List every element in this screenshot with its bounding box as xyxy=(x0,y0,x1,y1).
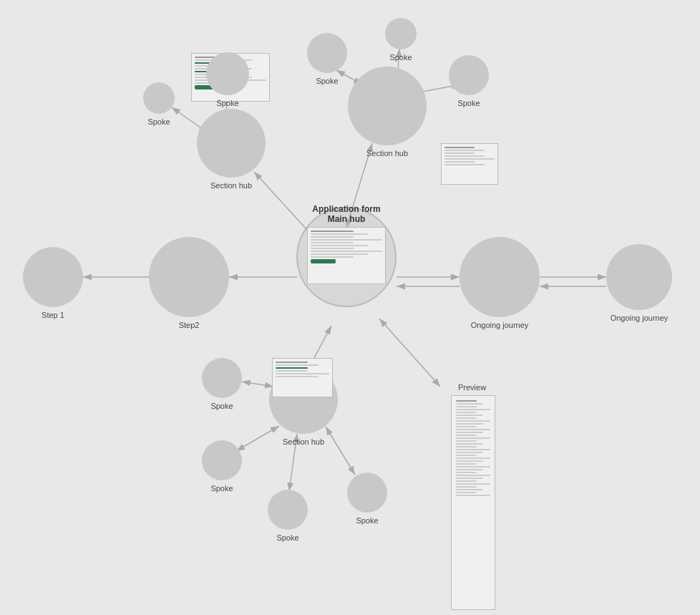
section-hub3-node[interactable]: Section hub xyxy=(269,365,338,447)
step2-label: Step2 xyxy=(179,320,200,330)
ongoing-journey2-label: Ongoing journey xyxy=(611,313,669,323)
spoke9-circle xyxy=(347,473,387,513)
ongoing-journey2-node[interactable]: Ongoing journey xyxy=(606,244,672,323)
spoke2-label: Spoke xyxy=(147,117,170,127)
main-hub-node[interactable]: Application form Main hub xyxy=(296,227,397,284)
spoke6-label: Spoke xyxy=(210,401,233,411)
spoke2-node[interactable]: Spoke xyxy=(143,82,175,127)
spoke3-circle xyxy=(307,33,347,73)
spoke8-circle xyxy=(268,490,308,530)
spoke6-circle xyxy=(202,358,242,398)
preview-thumbnail xyxy=(451,395,495,610)
section-hub1-node[interactable]: Section hub xyxy=(197,109,266,190)
spoke1-circle xyxy=(206,52,249,95)
section-hub2-node[interactable]: Section hub xyxy=(348,67,427,158)
step2-circle xyxy=(149,237,229,317)
spoke7-label: Spoke xyxy=(210,483,233,493)
spoke7-circle xyxy=(202,440,242,480)
preview-node[interactable]: Preview xyxy=(451,379,495,615)
section-hub2-label: Section hub xyxy=(366,148,408,158)
spoke3-label: Spoke xyxy=(316,76,338,86)
step2-node[interactable]: Step2 xyxy=(149,237,229,330)
spoke2-circle xyxy=(143,82,175,114)
section-hub3-label: Section hub xyxy=(283,437,324,447)
section-hub3-thumbnail xyxy=(272,358,333,397)
step1-label: Step 1 xyxy=(42,310,64,320)
ongoing-journey2-circle xyxy=(606,244,672,310)
spoke4-label: Spoke xyxy=(389,52,412,62)
section-hub1-circle xyxy=(197,109,266,178)
spoke1-node[interactable]: Spoke xyxy=(206,52,249,108)
ongoing-journey1-circle xyxy=(460,237,540,317)
spoke5-circle xyxy=(449,55,489,95)
step1-node[interactable]: Step 1 xyxy=(23,247,83,320)
spoke7-node[interactable]: Spoke xyxy=(202,440,242,493)
spoke8-label: Spoke xyxy=(276,533,298,543)
spoke8-node[interactable]: Spoke xyxy=(268,490,308,543)
spoke5-node[interactable]: Spoke xyxy=(449,55,489,108)
ongoing-journey1-node[interactable]: Ongoing journey xyxy=(460,237,540,330)
spoke9-node[interactable]: Spoke xyxy=(347,473,387,526)
section-hub1-label: Section hub xyxy=(210,180,252,190)
spoke1-label: Spoke xyxy=(216,98,238,108)
ongoing-journey1-label: Ongoing journey xyxy=(471,320,529,330)
spoke9-label: Spoke xyxy=(356,515,378,526)
svg-line-20 xyxy=(379,319,440,387)
spoke5-label: Spoke xyxy=(457,98,480,108)
section-hub2-thumbnail xyxy=(441,143,498,185)
preview-label: Preview xyxy=(458,382,486,392)
spoke4-circle xyxy=(385,18,417,49)
spoke4-node[interactable]: Spoke xyxy=(385,18,417,62)
step1-circle xyxy=(23,247,83,307)
main-hub-thumbnail xyxy=(307,227,386,284)
spoke3-node[interactable]: Spoke xyxy=(307,33,347,86)
section-hub2-circle xyxy=(348,67,427,145)
spoke6-node[interactable]: Spoke xyxy=(202,358,242,411)
main-hub-label: Application form Main hub xyxy=(312,204,380,224)
